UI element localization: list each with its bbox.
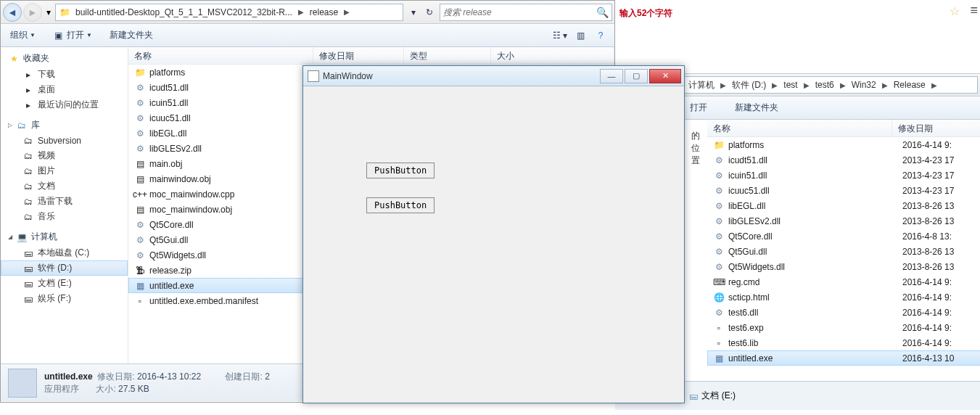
nav-history-dropdown[interactable]: ▾ [44,5,54,20]
nav-back-button[interactable]: ◄ [3,3,22,22]
open-button[interactable]: 打开 [686,99,711,116]
sidebar-item[interactable]: 🗂音乐 [1,209,128,224]
sidebar-item[interactable]: 🖴本地磁盘 (C:) [1,245,128,260]
file-row[interactable]: ▦untitled.exe2016-4-13 10 [707,350,980,366]
sidebar-item[interactable]: 🗂迅雷下载 [1,194,128,209]
file-row[interactable]: 📁platforms2016-4-14 9: [707,137,980,152]
search-input[interactable] [443,7,596,17]
close-button[interactable]: ✕ [649,69,681,83]
file-row[interactable]: ⚙Qt5Widgets.dll2013-8-26 13 [707,259,980,274]
sidebar-item[interactable]: 🖴文档 (E:) [1,276,128,291]
chevron-right-icon[interactable]: ▶ [839,81,847,89]
organize-button[interactable]: 组织▼ [7,27,39,44]
file-date: 2016-4-14 9: [902,277,952,287]
breadcrumb[interactable]: Win32 [849,78,879,91]
column-headers: 名称 修改日期 类型 大小 [128,47,614,65]
file-row[interactable]: ⚙test6.dll2016-4-14 9: [707,305,980,320]
breadcrumb[interactable]: 软件 (D:) [729,78,769,93]
path-box[interactable]: 📁 build-untitled-Desktop_Qt_5_1_1_MSVC20… [55,4,403,21]
file-row[interactable]: ⚙libEGL.dll2013-8-26 13 [707,198,980,213]
file-row[interactable]: ▫test6.exp2016-4-14 9: [707,320,980,335]
sidebar-item-icon: 🗂 [22,211,34,223]
file-row[interactable]: ⌨reg.cmd2016-4-14 9: [707,274,980,289]
column-name[interactable]: 名称 [707,120,892,136]
chevron-right-icon[interactable]: ▶ [881,81,889,89]
window-title: MainWindow [323,71,596,81]
sidebar-libraries-header[interactable]: ▷🗂库 [1,117,128,133]
push-button-1[interactable]: PushButton [366,163,435,178]
dll-icon: ⚙ [713,231,725,242]
file-name: Qt5Gui.dll [728,247,899,257]
breadcrumb[interactable]: 计算机 [685,78,717,93]
file-row[interactable]: ⚙Qt5Gui.dll2013-8-26 13 [707,244,980,259]
help-button[interactable]: ? [593,28,609,44]
column-modified[interactable]: 修改日期 [892,120,980,136]
file-icon: ▫ [134,295,146,307]
file-icon: ▫ [713,337,725,349]
sidebar-item[interactable]: 🖴娱乐 (F:) [1,291,128,306]
sidebar-item-label: 最近访问的位置 [38,99,99,111]
sidebar-item[interactable]: ▸下载 [1,67,128,82]
chevron-right-icon[interactable]: ▶ [803,81,810,89]
dll-icon: ⚙ [134,97,146,109]
file-row[interactable]: 🌐scticp.html2016-4-14 9: [707,289,980,305]
new-folder-button[interactable]: 新建文件夹 [731,99,782,116]
sidebar-item[interactable]: 🗂视频 [1,148,128,163]
search-icon[interactable]: 🔍 [596,7,609,18]
file-row[interactable]: ⚙icuin51.dll2013-4-23 17 [707,168,980,183]
file-name: moc_mainwindow.obj [149,205,232,215]
maximize-button[interactable]: ▢ [625,69,648,83]
minimize-button[interactable]: — [600,69,623,83]
hamburger-icon[interactable]: ≡ [970,3,978,18]
sidebar-item[interactable]: ▸最近访问的位置 [1,97,128,112]
search-box[interactable]: 🔍 [440,4,612,21]
breadcrumb[interactable]: test [781,78,800,91]
path-box[interactable]: 计算机▶软件 (D:)▶test▶test6▶Win32▶Release▶ [682,76,978,94]
dll-icon: ⚙ [134,128,146,139]
bookmark-star-icon[interactable]: ☆ [950,4,960,18]
sidebar-item-label: 视频 [38,149,55,162]
open-button[interactable]: ▣打开▼ [49,27,96,44]
breadcrumb[interactable]: build-untitled-Desktop_Qt_5_1_1_MSVC2012… [73,6,295,19]
column-modified[interactable]: 修改日期 [313,47,404,64]
path-history-dropdown[interactable]: ▾ [406,5,421,20]
file-row[interactable]: ⚙libGLESv2.dll2013-8-26 13 [707,213,980,229]
file-name: untitled.exe [728,353,899,363]
file-name: test6.dll [728,308,899,318]
column-type[interactable]: 类型 [404,47,491,64]
sidebar-favorites-header[interactable]: ★收藏夹 [1,50,128,67]
sidebar-item[interactable]: ▸桌面 [1,82,128,97]
dll-icon: ⚙ [713,307,725,319]
chevron-right-icon[interactable]: ▶ [297,8,305,16]
refresh-button[interactable]: ↻ [422,5,437,20]
column-name[interactable]: 名称 [128,47,313,64]
file-row[interactable]: ⚙Qt5Core.dll2016-4-8 13: [707,229,980,244]
breadcrumb[interactable]: release [307,6,341,19]
preview-pane-button[interactable]: ▥ [572,28,588,44]
sidebar-computer-header[interactable]: ◢💻计算机 [1,229,128,245]
dll-icon: ⚙ [713,200,725,212]
push-button-2[interactable]: PushButton [366,197,435,213]
view-options-button[interactable]: ☷ ▾ [552,28,568,44]
file-row[interactable]: ▫test6.lib2016-4-14 9: [707,335,980,350]
chevron-right-icon[interactable]: ▶ [343,8,350,16]
column-size[interactable]: 大小 [491,47,614,64]
sidebar-item[interactable]: 🗂图片 [1,163,128,178]
sidebar-item[interactable]: 🖴软件 (D:) [1,260,128,276]
chevron-right-icon[interactable]: ▶ [720,81,727,89]
breadcrumb[interactable]: test6 [812,78,837,91]
file-row[interactable]: ⚙icudt51.dll2013-4-23 17 [707,152,980,168]
zip-icon: 🗜 [134,265,146,276]
file-row[interactable]: ⚙icuuc51.dll2013-4-23 17 [707,183,980,198]
sidebar-item[interactable]: 的位置 [688,128,707,168]
titlebar[interactable]: MainWindow — ▢ ✕ [303,66,684,86]
chevron-right-icon[interactable]: ▶ [931,81,938,89]
breadcrumb[interactable]: Release [891,78,928,91]
obj-icon: ▤ [134,158,146,170]
nav-forward-button[interactable]: ► [23,3,42,22]
sidebar-item[interactable]: 🗂Subversion [1,133,128,148]
sidebar-item[interactable]: 🗂文档 [1,178,128,194]
obj-icon: ▤ [134,204,146,215]
chevron-right-icon[interactable]: ▶ [771,81,778,89]
new-folder-button[interactable]: 新建文件夹 [106,27,157,44]
